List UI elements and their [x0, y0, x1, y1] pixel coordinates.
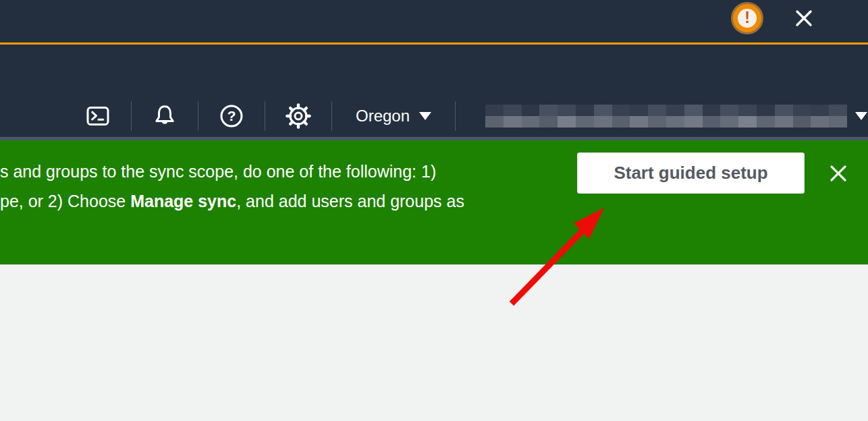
banner-close-icon[interactable]	[828, 163, 849, 184]
nav-divider	[331, 101, 332, 131]
close-icon[interactable]	[792, 7, 815, 30]
sync-setup-banner: s and groups to the sync scope, do one o…	[0, 140, 868, 264]
banner-message: s and groups to the sync scope, do one o…	[0, 157, 464, 216]
help-icon: ?	[218, 103, 245, 130]
gear-icon	[285, 103, 312, 130]
banner-message-line2: pe, or 2) Choose Manage sync, and add us…	[0, 186, 464, 216]
top-notification-bar: !	[0, 0, 868, 43]
nav-divider	[265, 101, 265, 131]
cloudshell-button[interactable]	[84, 103, 111, 130]
start-guided-setup-button[interactable]: Start guided setup	[577, 152, 805, 194]
account-menu[interactable]	[485, 105, 867, 128]
navbar-utilities: ? Oregon	[84, 101, 867, 131]
settings-button[interactable]	[285, 103, 312, 130]
nav-divider	[131, 101, 132, 131]
console-navbar: ? Oregon	[0, 45, 868, 137]
chevron-down-icon	[855, 112, 867, 120]
nav-divider	[198, 101, 198, 131]
banner-message-line1: s and groups to the sync scope, do one o…	[0, 157, 464, 186]
help-button[interactable]: ?	[218, 103, 245, 130]
warning-icon[interactable]: !	[733, 4, 761, 32]
region-label: Oregon	[356, 107, 410, 125]
cloudshell-icon	[84, 103, 111, 130]
region-selector[interactable]: Oregon	[356, 107, 431, 125]
chevron-down-icon	[419, 112, 431, 120]
bell-icon	[151, 103, 178, 130]
notifications-button[interactable]	[151, 103, 178, 130]
svg-text:?: ?	[227, 108, 236, 123]
warning-glyph: !	[744, 10, 750, 26]
nav-divider	[455, 101, 456, 131]
page-content-area	[0, 264, 868, 421]
redacted-account-info	[485, 105, 847, 128]
